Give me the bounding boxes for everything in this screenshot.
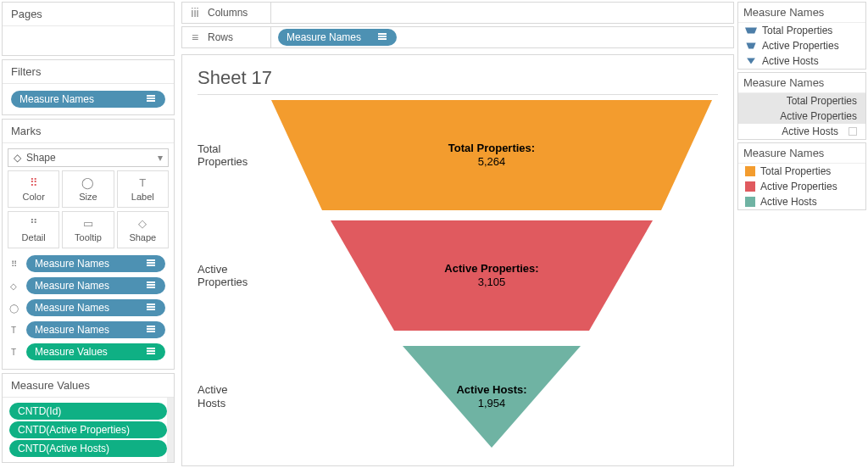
tooltip-button[interactable]: ▭Tooltip xyxy=(62,211,114,248)
legend-title: Measure Names xyxy=(738,143,865,164)
svg-text:Total Properties:: Total Properties: xyxy=(448,142,535,154)
legend-item[interactable]: Total Properties xyxy=(738,23,865,38)
sheet-title: Sheet 17 xyxy=(198,67,718,95)
encoding-pill[interactable]: Measure Names xyxy=(26,255,165,272)
marks-type-label: Shape xyxy=(26,152,56,164)
svg-text:Active Properties:: Active Properties: xyxy=(444,262,538,275)
mv-pill[interactable]: CNTD(Id) xyxy=(9,403,167,420)
center-panel: iii Columns ≡ Rows Measure Names Sheet 1… xyxy=(176,0,736,468)
sort-icon xyxy=(147,95,159,103)
encoding-pill[interactable]: Measure Names xyxy=(26,321,165,338)
svg-marker-10 xyxy=(746,43,755,49)
sort-icon xyxy=(147,281,159,290)
scrollbar[interactable] xyxy=(167,398,174,462)
marks-type-select[interactable]: ◇ Shape ▾ xyxy=(8,148,169,167)
legend-item[interactable]: Active Hosts xyxy=(738,124,865,139)
sort-icon xyxy=(378,33,390,42)
funnel-segment[interactable]: Active Properties:3,105 xyxy=(331,220,653,331)
svg-text:1,954: 1,954 xyxy=(478,397,506,410)
marks-title: Marks xyxy=(3,120,174,143)
legend-item[interactable]: Total Properties xyxy=(738,164,865,179)
detail-icon: ⠛ xyxy=(30,217,38,230)
pages-card: Pages xyxy=(2,2,175,56)
shape-icon: ◇ xyxy=(14,152,21,164)
filters-card: Filters Measure Names xyxy=(2,59,175,115)
svg-text:Active Hosts:: Active Hosts: xyxy=(456,383,526,396)
color-icon: ⠿ xyxy=(8,259,19,269)
encoding-pill[interactable]: Measure Names xyxy=(26,277,165,294)
shape-icon: ◇ xyxy=(138,217,147,230)
svg-marker-11 xyxy=(747,58,755,64)
shape-button[interactable]: ◇Shape xyxy=(117,211,169,248)
rows-pill-measure-names[interactable]: Measure Names xyxy=(278,29,397,46)
label-button[interactable]: TLabel xyxy=(117,170,169,208)
svg-text:5,264: 5,264 xyxy=(478,155,506,168)
encoding-pill[interactable]: Measure Names xyxy=(26,299,165,316)
funnel-row-label: ActiveProperties xyxy=(198,263,265,289)
encoding-pill[interactable]: Measure Values xyxy=(26,343,165,360)
filter-pill-label: Measure Names xyxy=(19,93,94,105)
highlight-legend: Measure Names Total Properties Active Pr… xyxy=(737,72,866,140)
legend-item[interactable]: Total Properties xyxy=(738,93,865,109)
filters-title: Filters xyxy=(3,60,174,84)
chevron-down-icon: ▾ xyxy=(158,152,163,164)
color-swatch xyxy=(745,166,755,176)
color-swatch xyxy=(745,181,755,192)
legend-title: Measure Names xyxy=(738,73,865,93)
size-icon: ◯ xyxy=(81,176,94,189)
color-button[interactable]: ⠿Color xyxy=(8,170,59,208)
highlight-box-icon xyxy=(849,127,857,136)
rows-icon: ≡ xyxy=(182,31,208,44)
funnel-row-label: TotalProperties xyxy=(198,142,265,169)
legend-title: Measure Names xyxy=(738,3,865,23)
viz-canvas: Sheet 17 TotalProperties Total Propertie… xyxy=(181,54,734,466)
detail-button[interactable]: ⠛Detail xyxy=(8,211,59,248)
funnel-segment[interactable]: Total Properties:5,264 xyxy=(271,100,712,210)
funnel-row-label: ActiveHosts xyxy=(198,383,265,410)
right-panel: Measure Names Total Properties Active Pr… xyxy=(736,0,868,468)
color-icon: ⠿ xyxy=(30,176,38,189)
shape-icon: ◇ xyxy=(8,281,19,291)
marks-card: Marks ◇ Shape ▾ ⠿Color ◯Size TLabel ⠛Det… xyxy=(2,119,175,370)
sort-icon xyxy=(147,304,159,312)
columns-label: Columns xyxy=(208,7,270,19)
measure-values-title: Measure Values xyxy=(3,374,174,398)
mv-pill[interactable]: CNTD(Active Hosts) xyxy=(9,440,167,457)
text-icon: T xyxy=(8,348,19,357)
funnel-chart: TotalProperties Total Properties:5,264Ac… xyxy=(198,95,718,457)
sort-icon xyxy=(147,259,159,268)
rows-label: Rows xyxy=(208,31,270,43)
columns-shelf[interactable]: iii Columns xyxy=(181,2,734,24)
size-button[interactable]: ◯Size xyxy=(62,170,114,208)
size-icon: ◯ xyxy=(8,304,19,313)
text-icon: T xyxy=(8,326,19,335)
rows-shelf[interactable]: ≡ Rows Measure Names xyxy=(181,26,734,48)
filter-pill-measure-names[interactable]: Measure Names xyxy=(11,91,165,108)
trapezoid-icon xyxy=(745,26,757,35)
svg-text:3,105: 3,105 xyxy=(478,276,506,288)
legend-item[interactable]: Active Hosts xyxy=(738,194,865,209)
funnel-segment[interactable]: Active Hosts:1,954 xyxy=(403,346,581,448)
tooltip-icon: ▭ xyxy=(83,217,93,230)
trapezoid-icon xyxy=(745,42,757,50)
svg-marker-9 xyxy=(745,28,757,34)
legend-item[interactable]: Active Properties xyxy=(738,179,865,194)
columns-icon: iii xyxy=(182,6,208,20)
sort-icon xyxy=(147,348,159,356)
left-panel: Pages Filters Measure Names Marks ◇ Shap… xyxy=(0,0,176,468)
legend-item[interactable]: Active Properties xyxy=(738,109,865,124)
label-icon: T xyxy=(139,176,146,189)
sort-icon xyxy=(147,326,159,334)
color-legend: Measure Names Total PropertiesActive Pro… xyxy=(737,142,866,210)
mv-pill[interactable]: CNTD(Active Properties) xyxy=(9,421,167,438)
pages-title: Pages xyxy=(3,3,174,26)
legend-item[interactable]: Active Hosts xyxy=(738,53,865,69)
shape-legend: Measure Names Total Properties Active Pr… xyxy=(737,2,866,70)
measure-values-card: Measure Values CNTD(Id) CNTD(Active Prop… xyxy=(2,373,175,463)
color-swatch xyxy=(745,197,755,207)
triangle-icon xyxy=(745,57,757,65)
legend-item[interactable]: Active Properties xyxy=(738,38,865,53)
